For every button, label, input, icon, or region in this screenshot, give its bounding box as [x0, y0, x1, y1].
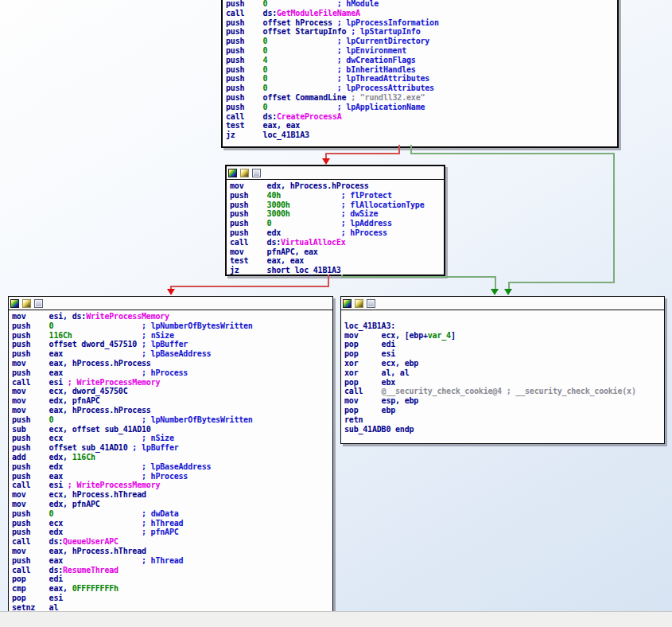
- asm-line[interactable]: call ds:VirtualAllocEx: [230, 238, 444, 247]
- asm-line[interactable]: push offset StartupInfo ; lpStartupInfo: [226, 27, 617, 37]
- asm-line[interactable]: push 0 ; lpApplicationName: [226, 103, 617, 112]
- asm-line[interactable]: push 116Ch ; nSize: [12, 331, 332, 341]
- edge-virtualallocex-zero-to-loc41B1A3: [495, 276, 496, 290]
- asm-line[interactable]: push ecx ; hThread: [12, 519, 332, 528]
- asm-line[interactable]: test eax, eax: [230, 256, 444, 266]
- asm-line[interactable]: mov ecx, dword_45750C: [12, 387, 332, 396]
- asm-line[interactable]: call ds:GetModuleFileNameA: [226, 9, 617, 18]
- asm-line[interactable]: push 0 ; lpAddress: [230, 219, 444, 228]
- edge-virtualallocex-zero-to-loc41B1A3: [341, 276, 496, 278]
- node-loc-41B1A3[interactable]: loc_41B1A3:mov ecx, [ebp+var_4]pop edipo…: [340, 296, 665, 444]
- asm-line[interactable]: call @__security_check_cookie@4 ; __secu…: [344, 387, 664, 396]
- asm-line[interactable]: mov ecx, [ebp+var_4]: [344, 331, 664, 341]
- asm-line[interactable]: push offset CommandLine ; "rundll32.exe": [226, 93, 617, 103]
- brush-icon[interactable]: [355, 299, 363, 308]
- asm-line[interactable]: push offset dword_457510 ; lpBuffer: [12, 340, 332, 349]
- asm-line[interactable]: mov esi, ds:WriteProcessMemory: [12, 312, 332, 321]
- asm-line[interactable]: test eax, eax: [226, 121, 617, 130]
- edge-createprocess-zero-to-loc41B1A3: [410, 153, 615, 154]
- asm-line[interactable]: call esi ; WriteProcessMemory: [12, 378, 332, 387]
- edge-createprocess-zero-to-loc41B1A3: [508, 282, 615, 283]
- asm-line[interactable]: mov ecx, hProcess.hThread: [12, 490, 332, 500]
- asm-line[interactable]: push edx ; hProcess: [230, 228, 444, 238]
- node-code: mov esi, ds:WriteProcessMemorypush 0 ; l…: [9, 310, 332, 613]
- edge-createprocess-fail-to-virtualallocex-arrowhead: [322, 158, 330, 165]
- graph-canvas[interactable]: push 0 ; hModulecall ds:GetModuleFileNam…: [0, 0, 672, 627]
- edge-virtualallocex-fail-to-writeprocessmemory-arrowhead: [167, 289, 175, 295]
- node-titlebar: [341, 297, 664, 310]
- asm-line[interactable]: push offset hProcess ; lpProcessInformat…: [226, 18, 617, 28]
- asm-line[interactable]: call ds:QueueUserAPC: [12, 537, 332, 547]
- asm-line[interactable]: call esi ; WriteProcessMemory: [12, 481, 332, 490]
- edge-virtualallocex-zero-to-loc41B1A3-arrowhead: [491, 289, 499, 295]
- asm-line[interactable]: push 0 ; lpProcessAttributes: [226, 84, 617, 93]
- asm-line[interactable]: sub_41ADB0 endp: [344, 425, 664, 434]
- asm-line[interactable]: pop ebx: [344, 378, 664, 387]
- node-code: push 0 ; hModulecall ds:GetModuleFileNam…: [223, 0, 617, 140]
- asm-line[interactable]: jz loc_41B1A3: [226, 130, 617, 140]
- asm-line[interactable]: loc_41B1A3:: [344, 321, 664, 331]
- palette-icon[interactable]: [228, 169, 237, 177]
- asm-line[interactable]: mov eax, hProcess.hProcess: [12, 359, 332, 368]
- asm-line[interactable]: pop edi: [344, 340, 664, 349]
- asm-line[interactable]: [344, 312, 664, 321]
- asm-line[interactable]: push 0 ; hModule: [226, 0, 617, 9]
- asm-line[interactable]: mov eax, hProcess.hProcess: [12, 406, 332, 415]
- asm-line[interactable]: mov edx, pfnAPC: [12, 396, 332, 406]
- asm-line[interactable]: retn: [344, 415, 664, 425]
- edge-createprocess-zero-to-loc41B1A3: [613, 153, 615, 283]
- asm-line[interactable]: push 3000h ; dwSize: [230, 209, 444, 219]
- asm-line[interactable]: push 0 ; bInheritHandles: [226, 65, 617, 75]
- asm-line[interactable]: push ecx ; nSize: [12, 434, 332, 443]
- asm-line[interactable]: call ds:CreateProcessA: [226, 112, 617, 122]
- asm-line[interactable]: push eax ; hThread: [12, 556, 332, 566]
- edge-createprocess-zero-to-loc41B1A3-arrowhead: [504, 289, 512, 295]
- asm-line[interactable]: xor ecx, ebp: [344, 359, 664, 368]
- asm-line[interactable]: push eax ; hProcess: [12, 368, 332, 378]
- asm-line[interactable]: push 0 ; dwData: [12, 509, 332, 519]
- asm-line[interactable]: push 0 ; lpCurrentDirectory: [226, 37, 617, 46]
- asm-line[interactable]: call ds:ResumeThread: [12, 566, 332, 575]
- brush-icon[interactable]: [22, 299, 31, 308]
- brush-icon[interactable]: [240, 169, 249, 177]
- asm-line[interactable]: mov esp, ebp: [344, 396, 664, 406]
- asm-line[interactable]: push offset sub_41AD10 ; lpBuffer: [12, 443, 332, 453]
- status-bar: A517 0041B117: sub_41ADB0+367 (Synchroni…: [0, 611, 672, 627]
- node-titlebar: [9, 297, 332, 310]
- asm-line[interactable]: mov pfnAPC, eax: [230, 247, 444, 257]
- asm-line[interactable]: cmp eax, 0FFFFFFFFh: [12, 584, 332, 594]
- asm-line[interactable]: push 0 ; lpNumberOfBytesWritten: [12, 321, 332, 331]
- asm-line[interactable]: pop ebp: [344, 406, 664, 415]
- asm-line[interactable]: sub ecx, offset sub_41AD10: [12, 425, 332, 434]
- palette-icon[interactable]: [343, 299, 352, 308]
- asm-line[interactable]: push 4 ; dwCreationFlags: [226, 56, 617, 65]
- asm-line[interactable]: push 0 ; lpEnvironment: [226, 46, 617, 56]
- asm-line[interactable]: mov eax, hProcess.hThread: [12, 547, 332, 556]
- asm-line[interactable]: mov edx, pfnAPC: [12, 500, 332, 509]
- screen-icon[interactable]: [34, 299, 43, 308]
- asm-line[interactable]: push edx ; lpBaseAddress: [12, 462, 332, 472]
- asm-line[interactable]: push 3000h ; flAllocationType: [230, 201, 444, 210]
- asm-line[interactable]: push eax ; hProcess: [12, 472, 332, 481]
- node-code: mov edx, hProcess.hProcesspush 40h ; flP…: [227, 180, 444, 275]
- asm-line[interactable]: pop edi: [12, 574, 332, 584]
- asm-line[interactable]: xor al, al: [344, 368, 664, 378]
- edge-createprocess-fail-to-virtualallocex: [325, 153, 400, 154]
- palette-icon[interactable]: [10, 299, 19, 308]
- asm-line[interactable]: pop esi: [344, 349, 664, 359]
- screen-icon[interactable]: [367, 299, 375, 308]
- asm-line[interactable]: add edx, 116Ch: [12, 453, 332, 462]
- node-writeprocessmemory-queueuserapc[interactable]: mov esi, ds:WriteProcessMemorypush 0 ; l…: [8, 296, 333, 614]
- screen-icon[interactable]: [252, 169, 261, 177]
- asm-line[interactable]: push 0 ; lpNumberOfBytesWritten: [12, 415, 332, 425]
- asm-line[interactable]: push edx ; pfnAPC: [12, 528, 332, 537]
- asm-line[interactable]: pop esi: [12, 594, 332, 603]
- asm-line[interactable]: mov edx, hProcess.hProcess: [230, 181, 444, 191]
- asm-line[interactable]: jz short loc_41B1A3: [230, 266, 444, 275]
- asm-line[interactable]: push 40h ; flProtect: [230, 191, 444, 201]
- node-virtualallocex[interactable]: mov edx, hProcess.hProcesspush 40h ; flP…: [225, 165, 445, 276]
- node-code: loc_41B1A3:mov ecx, [ebp+var_4]pop edipo…: [341, 310, 664, 434]
- asm-line[interactable]: push eax ; lpBaseAddress: [12, 349, 332, 359]
- node-createprocess[interactable]: push 0 ; hModulecall ds:GetModuleFileNam…: [221, 0, 619, 148]
- asm-line[interactable]: push 0 ; lpThreadAttributes: [226, 74, 617, 84]
